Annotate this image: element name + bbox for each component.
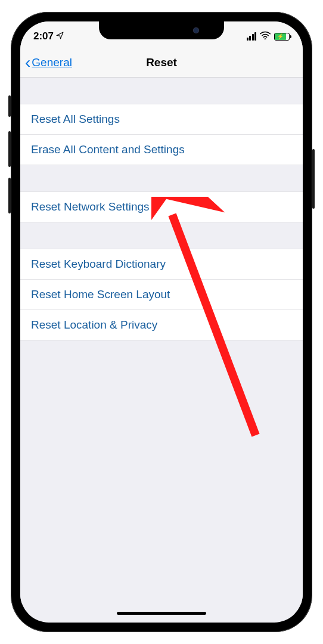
reset-keyboard-dictionary-row[interactable]: Reset Keyboard Dictionary bbox=[20, 249, 303, 280]
phone-frame: 2:07 ⚡ ‹ General bbox=[11, 12, 312, 632]
status-bar-left: 2:07 bbox=[33, 27, 64, 42]
row-label: Reset Network Settings bbox=[31, 200, 150, 213]
status-bar-right: ⚡ bbox=[247, 27, 290, 42]
page-title: Reset bbox=[146, 56, 177, 69]
row-label: Reset All Settings bbox=[31, 113, 120, 125]
side-button-mute bbox=[8, 95, 11, 117]
settings-group-2: Reset Network Settings bbox=[20, 191, 303, 222]
notch bbox=[99, 21, 224, 39]
row-label: Reset Home Screen Layout bbox=[31, 288, 170, 301]
side-button-volume-up bbox=[8, 131, 11, 167]
back-button-label: General bbox=[32, 56, 72, 69]
reset-location-privacy-row[interactable]: Reset Location & Privacy bbox=[20, 310, 303, 340]
side-button-volume-down bbox=[8, 178, 11, 213]
charging-bolt-icon: ⚡ bbox=[277, 34, 284, 39]
reset-network-settings-row[interactable]: Reset Network Settings bbox=[20, 191, 303, 222]
status-time: 2:07 bbox=[33, 30, 54, 42]
reset-all-settings-row[interactable]: Reset All Settings bbox=[20, 104, 303, 135]
home-indicator-area bbox=[20, 603, 303, 623]
content-scroll[interactable]: Reset All Settings Erase All Content and… bbox=[20, 78, 303, 603]
row-label: Reset Keyboard Dictionary bbox=[31, 258, 166, 270]
chevron-left-icon: ‹ bbox=[25, 54, 30, 71]
row-label: Erase All Content and Settings bbox=[31, 143, 185, 156]
home-indicator[interactable] bbox=[117, 612, 206, 615]
location-arrow-icon bbox=[56, 32, 64, 41]
front-camera bbox=[193, 27, 199, 33]
row-label: Reset Location & Privacy bbox=[31, 318, 157, 331]
navigation-bar: ‹ General Reset bbox=[20, 48, 303, 78]
reset-home-screen-layout-row[interactable]: Reset Home Screen Layout bbox=[20, 280, 303, 310]
screen: 2:07 ⚡ ‹ General bbox=[20, 21, 303, 623]
cellular-signal-icon bbox=[247, 32, 257, 41]
back-button[interactable]: ‹ General bbox=[25, 54, 72, 71]
wifi-icon bbox=[260, 31, 271, 42]
erase-all-content-row[interactable]: Erase All Content and Settings bbox=[20, 135, 303, 165]
battery-icon: ⚡ bbox=[274, 33, 290, 41]
settings-group-3: Reset Keyboard Dictionary Reset Home Scr… bbox=[20, 249, 303, 340]
side-button-power bbox=[312, 149, 315, 209]
settings-group-1: Reset All Settings Erase All Content and… bbox=[20, 104, 303, 165]
